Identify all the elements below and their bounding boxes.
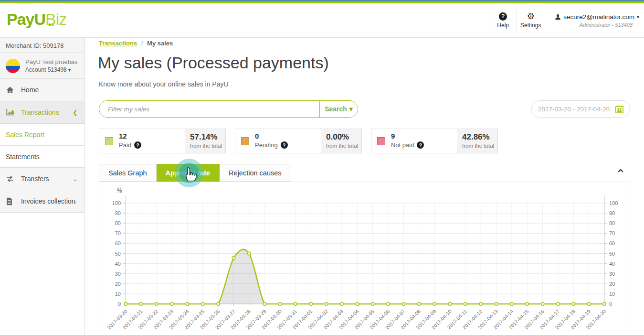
- stat-percentage-caption: from the total: [190, 143, 225, 149]
- breadcrumb-transactions-link[interactable]: Transactions: [99, 40, 137, 47]
- page-title: My sales (Processed payments): [98, 54, 329, 72]
- stat-percentage: 42.86%: [462, 132, 497, 142]
- logo-payu-text: PayU: [7, 10, 45, 28]
- settings-label: Settings: [520, 22, 541, 29]
- chevron-down-icon: ▾: [68, 67, 71, 73]
- tab-approval-rate[interactable]: Approval rate: [157, 164, 220, 182]
- calendar-icon: [615, 105, 623, 113]
- settings-button[interactable]: ⚙ Settings: [517, 8, 544, 33]
- help-icon: ?: [499, 12, 507, 21]
- chevron-up-icon: [617, 168, 624, 173]
- collapse-panel-button[interactable]: [617, 166, 624, 175]
- filter-bar: Search ▾: [99, 100, 358, 118]
- home-icon: [6, 86, 16, 94]
- approval-rate-chart: 0010102020303040405050606070708080909010…: [99, 182, 631, 335]
- svg-text:60: 60: [115, 240, 121, 246]
- svg-text:50: 50: [115, 251, 121, 257]
- stat-card-pending: 0 Pending? 0.00% from the total: [235, 129, 362, 153]
- svg-text:%: %: [117, 187, 122, 194]
- chart-tabs: Sales Graph Approval rate Rejection caus…: [99, 164, 291, 182]
- breadcrumb-current: My sales: [147, 40, 173, 47]
- invoice-document-icon: [6, 197, 16, 205]
- stat-color-square: [105, 137, 113, 145]
- stat-card-paid: 12 Paid? 57.14% from the total: [99, 129, 226, 153]
- chevron-down-icon: ▾: [349, 105, 353, 113]
- stat-card-not-paid: 9 Not paid? 42.86% from the total: [371, 129, 498, 153]
- svg-text:20: 20: [609, 281, 615, 287]
- svg-text:40: 40: [609, 261, 615, 267]
- chevron-left-icon: ❮: [73, 109, 78, 116]
- account-name: PayU Test pruebas: [25, 58, 78, 65]
- logo-dots-decoration: [49, 11, 55, 30]
- account-number: Account 513498 ▾: [25, 66, 78, 73]
- stat-percentage: 0.00%: [326, 132, 361, 142]
- sidebar-item-statements[interactable]: Statements: [0, 146, 84, 168]
- svg-text:90: 90: [609, 210, 615, 216]
- stat-color-square: [241, 137, 249, 145]
- svg-text:10: 10: [609, 291, 615, 297]
- chart-panel: 0010102020303040405050606070708080909010…: [99, 182, 630, 335]
- payu-biz-logo[interactable]: PayUBiz: [7, 10, 66, 29]
- svg-text:80: 80: [609, 220, 615, 226]
- svg-text:40: 40: [115, 261, 121, 267]
- stat-percentage: 57.14%: [190, 132, 225, 142]
- search-button-label: Search: [325, 105, 347, 113]
- user-role: Administrator - 513498: [555, 22, 633, 28]
- svg-text:100: 100: [609, 200, 618, 206]
- stat-count: 0: [255, 132, 259, 140]
- help-tooltip-icon[interactable]: ?: [417, 141, 424, 149]
- user-menu[interactable]: secure2@mailinator.com ▾ Administrator -…: [555, 13, 639, 28]
- user-icon: [555, 14, 561, 20]
- sidebar-item-label: Home: [21, 86, 39, 94]
- sidebar-item-label: Sales Report: [6, 131, 44, 139]
- area-chart-icon: [6, 108, 16, 116]
- search-button[interactable]: Search ▾: [319, 101, 358, 117]
- sidebar-item-label: Transactions: [21, 108, 59, 116]
- tab-rejection-causes[interactable]: Rejection causes: [220, 164, 291, 182]
- date-range-value: 2017-03-20 - 2017-04-20: [538, 106, 610, 113]
- sidebar-item-transactions[interactable]: Transactions ❮: [0, 101, 84, 124]
- sidebar: Merchant ID: 509178 PayU Test pruebas Ac…: [0, 38, 85, 335]
- svg-text:30: 30: [115, 271, 121, 277]
- sidebar-item-sales-report[interactable]: Sales Report: [0, 124, 84, 146]
- svg-text:0: 0: [118, 301, 121, 307]
- chevron-down-icon: ⌄: [73, 198, 78, 205]
- account-switcher[interactable]: PayU Test pruebas Account 513498 ▾: [0, 53, 84, 79]
- filter-input[interactable]: [99, 101, 319, 117]
- svg-text:0: 0: [609, 301, 612, 307]
- gear-icon: ⚙: [527, 12, 535, 21]
- sidebar-item-home[interactable]: Home: [0, 79, 84, 101]
- svg-text:90: 90: [115, 210, 121, 216]
- stat-count: 9: [391, 132, 395, 140]
- sidebar-item-label: Invoices collection: [21, 197, 75, 205]
- help-button[interactable]: ? Help: [489, 8, 517, 33]
- main-content: Transactions / My sales My sales (Proces…: [85, 38, 644, 335]
- page-subtitle: Know more about your online sales in Pay…: [99, 80, 229, 88]
- help-label: Help: [497, 22, 509, 29]
- chevron-down-icon: ▾: [637, 14, 639, 20]
- merchant-id: Merchant ID: 509178: [0, 38, 84, 53]
- svg-text:70: 70: [115, 230, 121, 236]
- svg-text:100: 100: [112, 200, 121, 206]
- sidebar-item-label: Statements: [6, 153, 40, 161]
- stat-percentage-caption: from the total: [326, 143, 361, 149]
- sidebar-item-transfers[interactable]: Transfers ⌄: [0, 168, 84, 190]
- help-tooltip-icon[interactable]: ?: [134, 141, 141, 149]
- stat-percentage-caption: from the total: [462, 143, 497, 149]
- stat-label: Not paid: [391, 141, 414, 149]
- date-range-picker[interactable]: 2017-03-20 - 2017-04-20: [531, 100, 630, 118]
- svg-text:80: 80: [115, 220, 121, 226]
- transfer-arrows-icon: [6, 175, 16, 182]
- svg-text:20: 20: [115, 281, 121, 287]
- header: PayUBiz ? Help ⚙ Settings secure2@mailin…: [0, 3, 644, 38]
- stat-count: 12: [119, 132, 127, 140]
- tab-sales-graph[interactable]: Sales Graph: [99, 164, 157, 182]
- svg-text:30: 30: [609, 271, 615, 277]
- chevron-down-icon: ⌄: [73, 175, 78, 183]
- breadcrumb-separator: /: [141, 40, 143, 47]
- svg-text:50: 50: [609, 251, 615, 257]
- stat-color-square: [377, 137, 385, 145]
- help-tooltip-icon[interactable]: ?: [281, 141, 288, 149]
- svg-text:60: 60: [609, 240, 615, 246]
- sidebar-item-invoices-collection[interactable]: Invoices collection ⌄: [0, 190, 84, 213]
